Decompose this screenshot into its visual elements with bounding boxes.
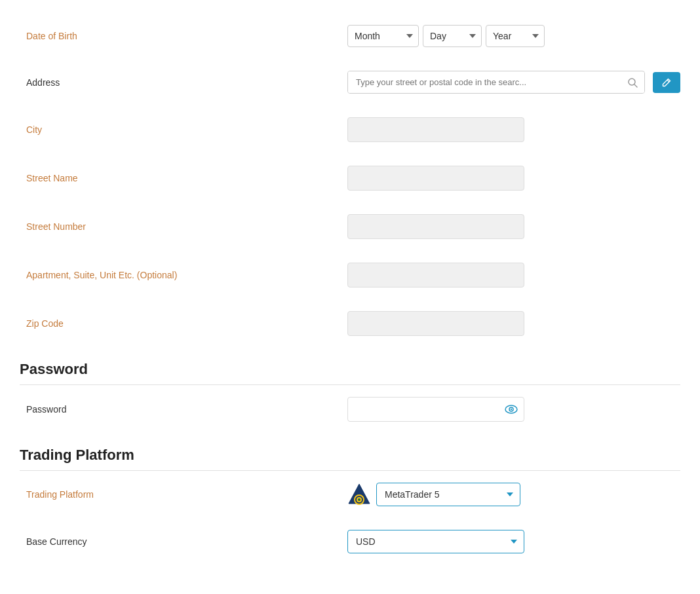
- svg-line-1: [634, 84, 637, 87]
- street-number-label: Street Number: [20, 221, 347, 232]
- dob-controls: Month JanuaryFebruaryMarch AprilMayJune …: [347, 25, 680, 47]
- street-number-row: Street Number: [20, 202, 680, 251]
- svg-point-5: [511, 409, 512, 410]
- zip-input[interactable]: [347, 311, 524, 336]
- password-section-header: Password: [20, 348, 680, 385]
- year-select[interactable]: Year 200520001995 199019851980 197519701…: [486, 25, 545, 47]
- page-wrapper: Date of Birth Month JanuaryFebruaryMarch…: [0, 0, 700, 578]
- password-row: Password: [20, 385, 680, 434]
- password-input[interactable]: [347, 397, 524, 422]
- day-select[interactable]: Day 1234 5678 9101520 2528293031: [423, 25, 482, 47]
- address-row: Address: [20, 59, 680, 105]
- base-currency-row: Base Currency USD EUR GBP JPY AUD CHF: [20, 518, 680, 565]
- trading-platform-section-title: Trading Platform: [20, 447, 134, 463]
- eye-icon: [505, 405, 518, 414]
- city-row: City: [20, 105, 680, 154]
- address-search-wrap: [347, 71, 645, 94]
- dob-label: Date of Birth: [20, 31, 347, 41]
- apartment-control: [347, 263, 680, 288]
- street-number-control: [347, 214, 680, 239]
- zip-row: Zip Code: [20, 299, 680, 348]
- password-control: [347, 397, 680, 422]
- address-controls: [347, 71, 680, 94]
- trading-platform-label: Trading Platform: [20, 489, 347, 500]
- street-name-label: Street Name: [20, 173, 347, 183]
- svg-point-9: [358, 498, 360, 501]
- platform-select-wrap: MetaTrader 4 MetaTrader 5 cTrader: [347, 483, 520, 506]
- street-name-row: Street Name: [20, 154, 680, 202]
- password-section-title: Password: [20, 361, 88, 377]
- trading-platform-section-header: Trading Platform: [20, 434, 680, 471]
- trading-platform-row: Trading Platform MetaTrader 4 MetaTrader…: [20, 471, 680, 518]
- base-currency-control: USD EUR GBP JPY AUD CHF: [347, 530, 680, 553]
- apartment-input[interactable]: [347, 263, 524, 288]
- dob-row: Date of Birth Month JanuaryFebruaryMarch…: [20, 13, 680, 59]
- city-input[interactable]: [347, 117, 524, 142]
- street-name-input[interactable]: [347, 166, 524, 191]
- platform-select[interactable]: MetaTrader 4 MetaTrader 5 cTrader: [376, 483, 520, 506]
- street-number-input[interactable]: [347, 214, 524, 239]
- currency-select[interactable]: USD EUR GBP JPY AUD CHF: [347, 530, 524, 553]
- address-label: Address: [20, 77, 347, 88]
- address-edit-button[interactable]: [653, 72, 680, 93]
- zip-control: [347, 311, 680, 336]
- month-select[interactable]: Month JanuaryFebruaryMarch AprilMayJune …: [347, 25, 419, 47]
- dob-selects: Month JanuaryFebruaryMarch AprilMayJune …: [347, 25, 545, 47]
- city-label: City: [20, 124, 347, 135]
- password-label: Password: [20, 404, 347, 415]
- city-control: [347, 117, 680, 142]
- trading-platform-control: MetaTrader 4 MetaTrader 5 cTrader: [347, 483, 680, 506]
- edit-icon: [662, 78, 671, 87]
- address-search-input[interactable]: [348, 71, 621, 93]
- street-name-control: [347, 166, 680, 191]
- base-currency-label: Base Currency: [20, 536, 347, 547]
- zip-label: Zip Code: [20, 318, 347, 329]
- password-toggle-button[interactable]: [505, 405, 518, 414]
- apartment-label: Apartment, Suite, Unit Etc. (Optional): [20, 270, 347, 280]
- search-icon: [621, 72, 644, 93]
- apartment-row: Apartment, Suite, Unit Etc. (Optional): [20, 251, 680, 299]
- metatrader-logo: [347, 483, 371, 506]
- password-wrap: [347, 397, 524, 422]
